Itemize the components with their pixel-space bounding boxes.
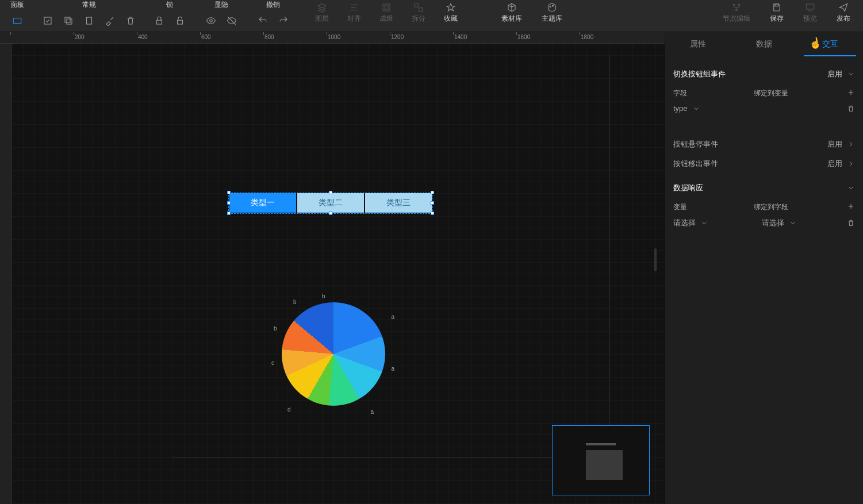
unlock-icon[interactable] <box>175 16 185 26</box>
cursor-pointer-icon: ☝ <box>808 36 822 50</box>
property-panel: 属性 数据 交互 ☝ 切换按钮组事件 启用 字段 绑定到变量 <box>665 32 863 504</box>
pie-chart-component[interactable]: a a a d c b b b <box>276 297 391 411</box>
toolbar-group-visibility-label: 显隐 <box>214 0 228 9</box>
out-event-row[interactable]: 按钮移出事件 启用 <box>673 154 855 174</box>
svg-rect-13 <box>385 6 388 9</box>
toolbar-group-lock-label: 锁 <box>166 0 173 9</box>
undo-icon[interactable] <box>258 16 268 26</box>
toolbar-group-general-label: 常规 <box>82 0 96 9</box>
layers-button[interactable]: 图层 <box>310 0 333 24</box>
eye-icon[interactable] <box>206 16 216 26</box>
svg-point-17 <box>550 6 551 7</box>
bg-btn-1[interactable]: 类型一 <box>229 193 296 213</box>
plus-icon[interactable] <box>847 202 855 210</box>
svg-rect-1 <box>44 17 51 24</box>
bindfield-column-header: 绑定到字段 <box>754 202 829 212</box>
nodes-icon <box>731 2 742 13</box>
align-icon <box>349 2 359 13</box>
artboard <box>172 55 609 457</box>
redo-icon[interactable] <box>278 16 289 26</box>
svg-point-20 <box>738 4 740 6</box>
monitor-icon <box>805 2 815 13</box>
toolbar-group-undo-label: 撤销 <box>266 0 280 9</box>
group-icon <box>381 2 392 13</box>
canvas-area[interactable]: 200 400 600 800 1000 1200 1400 1600 1800… <box>0 32 665 504</box>
preview-button[interactable]: 预览 <box>799 0 822 24</box>
palette-icon <box>547 2 557 13</box>
svg-point-19 <box>733 4 735 6</box>
toolbar-group-panel-label: 面板 <box>10 0 24 9</box>
ruler-horizontal: 200 400 600 800 1000 1200 1400 1600 1800 <box>0 32 665 44</box>
align-button[interactable]: 对齐 <box>343 0 366 24</box>
ungroup-button[interactable]: 拆分 <box>407 0 430 24</box>
panel-tabs: 属性 数据 交互 ☝ <box>665 32 863 56</box>
save-icon <box>772 2 782 13</box>
svg-rect-3 <box>67 19 72 24</box>
plus-icon[interactable] <box>847 89 855 97</box>
star-icon <box>446 2 456 13</box>
themes-button[interactable]: 主题库 <box>537 0 567 24</box>
minimap-scrollbar[interactable] <box>654 44 660 475</box>
field-column-header: 字段 <box>673 89 754 98</box>
ruler-vertical <box>0 44 11 504</box>
button-group-component[interactable]: 类型一 类型二 类型三 <box>229 193 432 213</box>
favorite-button[interactable]: 收藏 <box>439 0 462 24</box>
top-toolbar: 面板 常规 锁 显隐 撤销 <box>0 0 863 32</box>
svg-rect-6 <box>178 20 183 24</box>
node-edit-button[interactable]: 节点编辑 <box>718 0 755 24</box>
bindfield-select[interactable]: 请选择 <box>762 218 831 228</box>
eye-off-icon[interactable] <box>227 16 237 26</box>
svg-point-18 <box>552 5 553 6</box>
svg-point-7 <box>210 20 213 22</box>
assets-button[interactable]: 素材库 <box>497 0 527 24</box>
svg-rect-12 <box>383 4 390 11</box>
svg-rect-2 <box>65 17 70 22</box>
ungroup-icon <box>413 2 424 13</box>
send-icon <box>838 2 849 13</box>
tab-data[interactable]: 数据 <box>731 32 797 56</box>
svg-rect-4 <box>87 17 92 24</box>
bg-btn-3[interactable]: 类型三 <box>365 193 432 213</box>
chevron-down-icon[interactable] <box>847 70 855 78</box>
svg-rect-15 <box>419 8 423 11</box>
tab-attrs[interactable]: 属性 <box>665 32 731 56</box>
bg-btn-2[interactable]: 类型二 <box>297 193 364 213</box>
section-switch-event[interactable]: 切换按钮组事件 启用 <box>673 63 855 85</box>
brush-icon[interactable] <box>105 16 115 26</box>
minimap[interactable] <box>552 425 650 495</box>
paste-icon[interactable] <box>84 16 94 26</box>
chevron-right-icon <box>847 140 855 148</box>
chevron-right-icon <box>847 160 855 168</box>
section-data-response[interactable]: 数据响应 <box>673 177 855 199</box>
chevron-down-icon[interactable] <box>847 184 855 192</box>
svg-point-21 <box>736 9 738 11</box>
copy-icon[interactable] <box>63 16 74 26</box>
checkbox-icon[interactable] <box>43 16 53 26</box>
group-button[interactable]: 成组 <box>375 0 398 24</box>
var-select[interactable]: 请选择 <box>673 218 754 228</box>
svg-rect-22 <box>775 4 778 6</box>
trash-icon[interactable] <box>125 16 136 26</box>
svg-rect-14 <box>415 3 418 7</box>
bind-column-header: 绑定到变量 <box>754 89 829 98</box>
var-column-header: 变量 <box>673 202 754 212</box>
tab-interact[interactable]: 交互 <box>797 32 863 56</box>
delete-field-icon[interactable] <box>847 105 855 113</box>
rectangle-icon[interactable] <box>12 16 22 26</box>
field-select[interactable]: type <box>673 104 754 113</box>
save-button[interactable]: 保存 <box>765 0 788 24</box>
hover-event-row[interactable]: 按钮悬停事件 启用 <box>673 134 855 154</box>
delete-var-icon[interactable] <box>847 219 855 227</box>
cube-icon <box>507 2 517 13</box>
svg-rect-0 <box>13 18 21 24</box>
pie-chart <box>282 302 385 406</box>
svg-rect-23 <box>806 4 814 9</box>
lock-icon[interactable] <box>154 16 164 26</box>
svg-point-16 <box>548 3 556 11</box>
publish-button[interactable]: 发布 <box>832 0 855 24</box>
layers-icon <box>317 2 327 13</box>
canvas-stage[interactable]: 类型一 类型二 类型三 a a a d c b b <box>11 44 665 504</box>
svg-rect-5 <box>157 20 162 24</box>
